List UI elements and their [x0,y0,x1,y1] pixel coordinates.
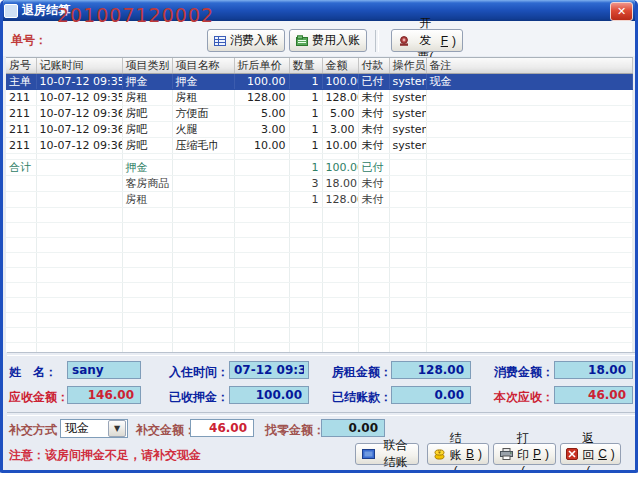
table-row[interactable]: 21110-07-12 09:35房租房租128.001128.00未付syst… [6,90,633,106]
expense-entry-button[interactable]: 费用入账 [289,29,367,52]
table-cell [234,328,289,343]
table-cell [389,298,426,313]
grid-column-header[interactable]: 付款 [358,58,389,74]
table-cell [426,313,633,328]
back-label-post: ) [611,447,615,461]
guest-name-field[interactable] [67,361,141,379]
table-row[interactable]: 合计押金1100.00已付 [6,160,633,176]
table-cell [322,223,358,238]
table-cell [426,90,633,106]
table-cell [36,192,122,208]
pay-method-select[interactable]: 现金 ▼ [60,419,128,438]
table-cell [172,253,234,268]
table-cell [122,223,172,238]
invoice-label-post: ) [452,34,456,48]
consume-entry-button[interactable]: 消费入账 [207,29,285,52]
back-button[interactable]: 返回(C) [560,443,621,465]
grid-column-header[interactable]: 项目类别 [122,58,172,74]
table-cell [358,268,389,283]
table-cell [6,176,36,192]
settle-label-pre: 结账( [449,430,462,473]
consume-amount-field[interactable] [554,361,633,379]
settle-hotkey: B [466,447,474,461]
table-row[interactable]: 21110-07-12 09:36房吧压缩毛巾10.00110.00未付syst… [6,138,633,154]
table-row[interactable]: 房租1128.00未付 [6,192,633,208]
table-row[interactable]: 21110-07-12 09:36房吧方便面5.0015.00未付system [6,106,633,122]
table-cell: 房吧 [122,122,172,138]
joint-settle-button[interactable]: 联合结账 [355,443,419,465]
close-button[interactable]: ✕ [610,2,633,21]
deposit-label: 已收押金： [169,389,229,406]
red-x-icon [566,448,578,460]
pay-amount-field[interactable] [190,419,254,437]
grid-column-header[interactable]: 操作员 [389,58,426,74]
table-row [6,298,633,313]
deposit-field[interactable] [229,386,309,404]
table-cell [426,238,633,253]
table-cell [36,283,122,298]
billing-grid: 房号记账时间项目类别项目名称折后单价数量金额付款操作员备注主单10-07-12 … [6,58,633,352]
grid-column-header[interactable]: 金额 [322,58,358,74]
table-cell [358,328,389,343]
table-cell: 10-07-12 09:36 [36,122,122,138]
settle-button[interactable]: ¥ 结账(B) [427,443,489,465]
grid-column-header[interactable]: 项目名称 [172,58,234,74]
print-button[interactable]: 打印(P) [493,443,556,465]
table-row [6,253,633,268]
table-cell [172,268,234,283]
table-cell: 未付 [358,138,389,154]
printer-icon [500,448,513,460]
invoice-button[interactable]: 开发票(F) [391,29,463,52]
back-hotkey: C [598,447,607,461]
receivable-field[interactable] [67,386,141,404]
table-cell: 方便面 [172,106,234,122]
grid-column-header[interactable]: 折后单价 [234,58,289,74]
pay-amount-label: 补交金额： [136,422,196,439]
table-cell [358,283,389,298]
grid-column-header[interactable]: 数量 [289,58,322,74]
table-row[interactable]: 客房商品318.00未付 [6,176,633,192]
due-field[interactable] [554,386,633,404]
table-cell [389,238,426,253]
table-cell [6,343,36,353]
grid-column-header[interactable]: 记账时间 [36,58,122,74]
checkin-time-field[interactable] [229,361,309,379]
order-number: 201007120002 [57,4,214,26]
table-cell [389,268,426,283]
table-cell: 1 [289,192,322,208]
table-cell: 3.00 [234,122,289,138]
table-cell [426,223,633,238]
table-cell [426,298,633,313]
grid-column-header[interactable]: 房号 [6,58,36,74]
table-cell: 1 [289,106,322,122]
table-cell: 1 [289,90,322,106]
table-cell: 5.00 [322,106,358,122]
table-cell [389,176,426,192]
table-cell: 合计 [6,160,36,176]
table-cell [234,343,289,353]
table-cell [322,238,358,253]
table-cell [234,238,289,253]
table-row[interactable]: 21110-07-12 09:36房吧火腿3.0013.00未付system [6,122,633,138]
consume-entry-label: 消费入账 [230,32,278,49]
table-cell [122,208,172,223]
table-cell [234,160,289,176]
table-cell: 100.00 [322,74,358,90]
change-amount-field[interactable] [321,419,385,437]
table-cell [36,268,122,283]
table-cell: 压缩毛巾 [172,138,234,154]
print-hotkey: P [533,447,541,461]
room-fee-field[interactable] [391,361,471,379]
table-cell: 1 [289,160,322,176]
table-cell [6,313,36,328]
order-number-label: 单号： [11,32,47,49]
table-cell [322,298,358,313]
table-row[interactable]: 主单10-07-12 09:35押金押金100.001100.00已付syste… [6,74,633,90]
table-cell [172,192,234,208]
settled-field[interactable] [391,386,471,404]
table-cell [426,268,633,283]
table-cell: 10-07-12 09:36 [36,138,122,154]
grid-column-header[interactable]: 备注 [426,58,633,74]
table-cell [172,208,234,223]
chevron-down-icon[interactable]: ▼ [108,420,126,437]
